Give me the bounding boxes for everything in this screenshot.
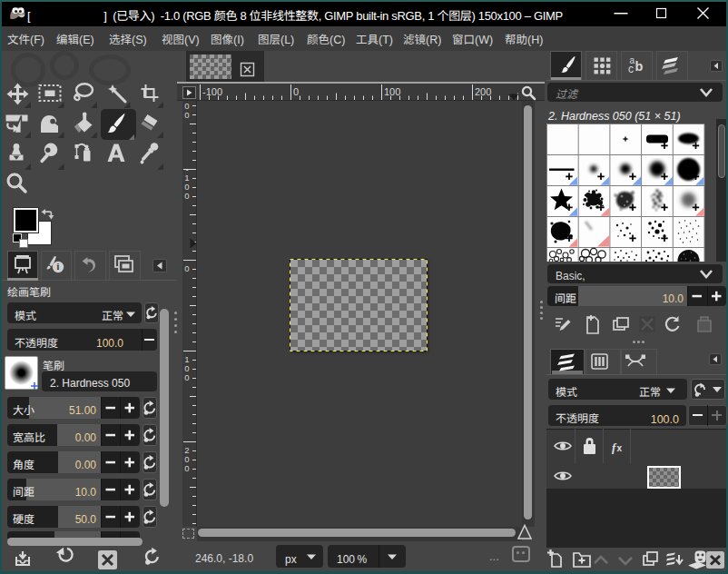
svg-text:c: c [628, 63, 634, 75]
svg-text:0: 0 [293, 86, 299, 97]
svg-text:100: 100 [384, 86, 400, 97]
svg-text:-100: -100 [202, 86, 222, 97]
svg-text:0: 0 [184, 191, 189, 201]
svg-text:0: 0 [184, 463, 189, 473]
svg-text:0: 0 [184, 372, 189, 382]
svg-text:0: 0 [184, 263, 189, 273]
svg-text:x: x [617, 440, 623, 454]
svg-text:b: b [635, 59, 644, 74]
svg-text:i: i [57, 262, 60, 272]
svg-text:0: 0 [184, 110, 189, 120]
svg-text:200: 200 [475, 86, 491, 97]
